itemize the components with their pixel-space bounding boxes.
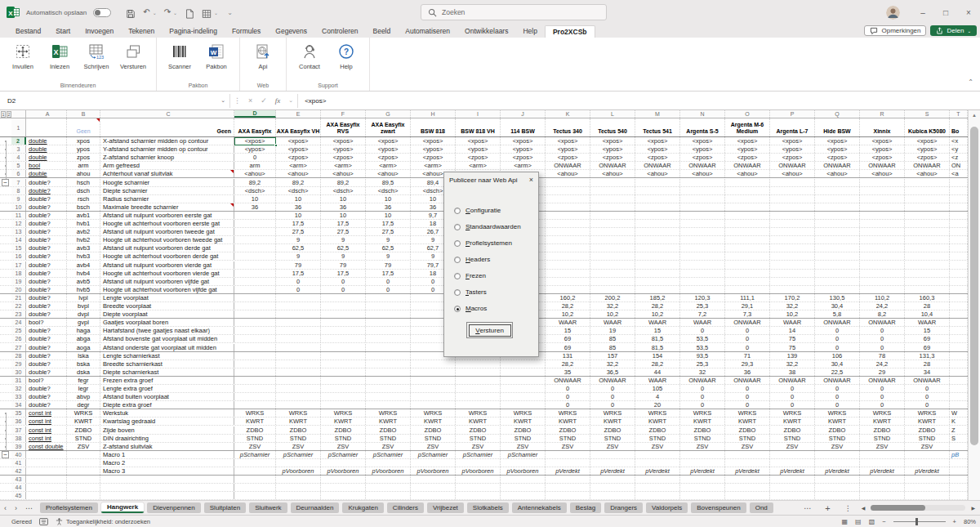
close-button[interactable]: ×	[957, 0, 980, 25]
radio-selected-icon[interactable]	[454, 306, 461, 312]
cell[interactable]: 27,5	[321, 228, 366, 235]
cell[interactable]: double?	[26, 270, 67, 277]
cell[interactable]	[725, 476, 770, 483]
column-header-D[interactable]: D	[234, 110, 276, 118]
cell[interactable]: 0	[860, 385, 905, 392]
cell[interactable]: 69	[546, 344, 590, 351]
cell[interactable]: WRKS	[456, 409, 501, 417]
cell[interactable]: gvpl	[67, 319, 100, 326]
cell[interactable]	[950, 270, 968, 277]
cell[interactable]: <xpos>	[860, 137, 905, 145]
outline-level-1-button[interactable]: 1	[1, 111, 6, 118]
cell[interactable]: WRKS	[590, 409, 635, 417]
cell[interactable]: 36	[234, 203, 276, 211]
cell[interactable]	[67, 459, 100, 467]
cell[interactable]	[950, 195, 968, 203]
cell[interactable]: Tectus 540	[590, 118, 635, 136]
cell[interactable]: Arm gefreesd	[100, 162, 234, 169]
cell[interactable]	[680, 252, 725, 260]
cell[interactable]	[366, 352, 411, 360]
cell[interactable]: Z-afstand sluitvlak	[100, 443, 234, 450]
cell[interactable]: 9	[276, 252, 321, 260]
cell[interactable]: <zpos>	[770, 154, 815, 161]
cell[interactable]: 32,2	[770, 360, 815, 368]
cell[interactable]: ZSV	[815, 443, 860, 450]
cell[interactable]	[234, 310, 276, 318]
cell[interactable]: 28	[905, 360, 950, 368]
cell[interactable]: Z	[950, 427, 968, 434]
cell[interactable]	[950, 286, 968, 293]
cell[interactable]	[635, 212, 680, 219]
cell[interactable]	[590, 451, 635, 458]
cell[interactable]: hvb3	[67, 252, 100, 260]
row-header-19[interactable]: 19	[11, 278, 26, 285]
cell[interactable]: 160,2	[546, 294, 590, 301]
cell[interactable]	[950, 244, 968, 252]
search-input[interactable]: Zoeken	[421, 4, 607, 20]
cell[interactable]	[770, 228, 815, 235]
cell[interactable]: 30,4	[815, 360, 860, 368]
cell[interactable]: Tectus 541	[635, 118, 680, 136]
cell[interactable]: ZDBO	[680, 427, 725, 434]
cell[interactable]	[860, 203, 905, 211]
cell[interactable]	[905, 261, 950, 269]
cell[interactable]: Werkstuk	[100, 409, 234, 417]
cell[interactable]	[815, 476, 860, 483]
sheet-tab-Sluitplaten[interactable]: Sluitplaten	[204, 502, 246, 513]
cell[interactable]: hvb1	[67, 220, 100, 227]
cell[interactable]: ZDBO	[276, 427, 321, 434]
cell[interactable]: 32	[680, 368, 725, 376]
cell[interactable]: STND	[366, 435, 411, 442]
cell[interactable]	[234, 252, 276, 260]
cell[interactable]: 0	[770, 401, 815, 409]
cell[interactable]	[366, 294, 411, 301]
cell[interactable]: 0	[680, 401, 725, 409]
cell[interactable]: double?	[26, 236, 67, 243]
row-header-25[interactable]: 25	[11, 327, 26, 334]
cell[interactable]: Geen	[100, 118, 234, 136]
row-header-20[interactable]: 20	[11, 286, 26, 293]
cell[interactable]: ONWAAR	[590, 377, 635, 384]
cell[interactable]: 0	[815, 385, 860, 392]
cell[interactable]	[950, 302, 968, 310]
cell[interactable]	[770, 451, 815, 458]
cell[interactable]: 32,2	[590, 302, 635, 310]
cell[interactable]	[276, 360, 321, 368]
cell[interactable]	[100, 476, 234, 483]
cell[interactable]	[815, 261, 860, 269]
cell[interactable]	[905, 484, 950, 491]
cell[interactable]	[26, 476, 67, 483]
cell[interactable]: const int	[26, 418, 67, 425]
autosave-toggle[interactable]	[93, 8, 111, 17]
cell[interactable]	[546, 212, 590, 219]
cell[interactable]: Lengte voorplaat	[100, 294, 234, 301]
cell[interactable]	[860, 179, 905, 186]
cell[interactable]	[680, 286, 725, 293]
cell[interactable]: KWRT	[905, 418, 950, 425]
cell[interactable]: 0	[860, 335, 905, 342]
cell[interactable]	[546, 244, 590, 252]
cell[interactable]: 78	[860, 352, 905, 360]
cell[interactable]	[234, 492, 276, 499]
cell[interactable]: double?	[26, 203, 67, 211]
cell[interactable]: ahou	[67, 170, 100, 177]
cell[interactable]: ONWAAR	[635, 162, 680, 169]
cell[interactable]	[590, 244, 635, 252]
dialog-option-Macros[interactable]: Macros	[454, 305, 487, 312]
cell[interactable]: 19	[590, 327, 635, 334]
sheet-tab-Sluitwerk[interactable]: Sluitwerk	[249, 502, 287, 513]
column-header-G[interactable]: G	[366, 110, 411, 118]
cell[interactable]: 0	[276, 286, 321, 293]
cell[interactable]	[725, 236, 770, 243]
sheet-tab-Beslag[interactable]: Beslag	[570, 502, 601, 513]
cell[interactable]: ONWAAR	[860, 377, 905, 384]
cell[interactable]	[770, 195, 815, 203]
menu-tab-Formules[interactable]: Formules	[225, 25, 268, 37]
cell[interactable]	[905, 244, 950, 252]
cell[interactable]	[860, 476, 905, 483]
cell[interactable]: Hoogte scharnier	[100, 179, 234, 186]
cell[interactable]: Hoogte uit achterhout voorboren vijfde g…	[100, 286, 234, 293]
cell[interactable]: STND	[860, 435, 905, 442]
cell[interactable]	[234, 319, 276, 326]
cell[interactable]: double?	[26, 278, 67, 285]
